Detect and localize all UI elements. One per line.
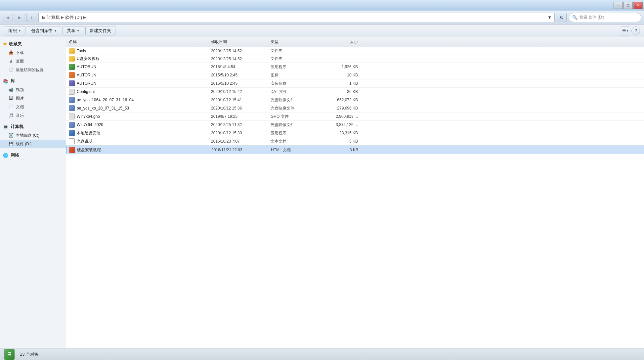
- address-bar: ◀ ▶ ↑ 🖥 计算机 ▶ 软件 (D:) ▶ ▼ ↻ 🔍 搜索 软件 (D:): [0, 11, 644, 24]
- file-size: 36 KB: [314, 89, 361, 94]
- include-library-button[interactable]: 包含到库中 ▼: [27, 26, 61, 35]
- table-row[interactable]: Win7x64.gho 2019/9/7 19:25 GHO 文件 2,900,…: [66, 112, 644, 121]
- file-type: 图标: [268, 72, 314, 78]
- music-label: 音乐: [16, 113, 24, 118]
- file-date: 2020/10/12 15:36: [208, 106, 268, 111]
- file-name-text: 本地硬盘安装: [77, 130, 101, 136]
- dat-icon: [69, 89, 75, 95]
- file-type: GHO 文件: [268, 114, 314, 119]
- network-icon: 🌐: [3, 152, 9, 158]
- sidebar-item-recent[interactable]: 🕐 最近访问的位置: [0, 66, 66, 74]
- desktop-icon: 🖥: [8, 58, 14, 64]
- computer-section: 💻 计算机 💽 本地磁盘 (C:) 💾 软件 (D:): [0, 122, 66, 148]
- file-size: 5 KB: [314, 139, 361, 144]
- new-folder-button[interactable]: 新建文件夹: [85, 26, 115, 35]
- file-date: 2016/1/8 4:54: [208, 65, 268, 69]
- file-name: Win7x64_2020: [66, 122, 208, 128]
- path-arrow-1: ▶: [61, 15, 64, 20]
- file-type: 安装信息: [268, 81, 314, 86]
- app-icon: [69, 64, 75, 70]
- table-row[interactable]: U盘安装教程 2020/12/25 14:52 文件夹: [66, 55, 644, 63]
- organize-dropdown-arrow: ▼: [18, 29, 21, 32]
- view-dropdown-arrow: ▼: [626, 29, 629, 32]
- table-row[interactable]: Win7x64_2020 2020/12/25 11:32 光盘映像文件 3,8…: [66, 121, 644, 129]
- local-c-label: 本地磁盘 (C:): [16, 133, 39, 138]
- file-size: 1,926 KB: [314, 65, 361, 69]
- library-header[interactable]: 📚 库: [0, 77, 66, 85]
- sidebar-item-docs[interactable]: 📄 文档: [0, 103, 66, 111]
- col-name-header[interactable]: 名称: [66, 39, 208, 45]
- file-type: DAT 文件: [268, 89, 314, 95]
- table-row[interactable]: AUTORUN 2015/5/10 2:45 图标 10 KB: [66, 71, 644, 79]
- sidebar-item-videos[interactable]: 📹 视频: [0, 85, 66, 94]
- favorites-label: 收藏夹: [9, 41, 22, 47]
- sidebar-item-music[interactable]: 🎵 音乐: [0, 111, 66, 120]
- file-type: 文件夹: [268, 56, 314, 62]
- close-button[interactable]: ✕: [633, 2, 643, 9]
- file-size: 28,315 KB: [314, 131, 361, 135]
- share-button[interactable]: 共享 ▼: [63, 26, 84, 35]
- file-name: U盘安装教程: [66, 56, 208, 62]
- maximize-button[interactable]: □: [623, 2, 633, 9]
- table-row[interactable]: 硬盘安装教程 2016/11/21 22:03 HTML 文档 3 KB: [66, 146, 644, 154]
- drive-label: 软件 (D:): [65, 15, 82, 21]
- view-button[interactable]: ☰ ▼: [621, 26, 630, 35]
- computer-icon: 💻: [3, 124, 9, 130]
- up-button[interactable]: ↑: [26, 13, 36, 22]
- table-row[interactable]: 本地硬盘安装 2020/10/12 15:30 应用程序 28,315 KB: [66, 129, 644, 137]
- computer-header[interactable]: 💻 计算机: [0, 122, 66, 131]
- downloads-label: 下载: [16, 50, 24, 56]
- main-area: ★ 收藏夹 📥 下载 🖥 桌面 🕐 最近访问的位置 📚 库: [0, 37, 644, 348]
- music-icon: 🎵: [8, 112, 14, 118]
- file-date: 2020/10/12 15:41: [208, 98, 268, 102]
- table-row[interactable]: 光盘说明 2016/10/23 7:07 文本文档 5 KB: [66, 137, 644, 146]
- table-row[interactable]: AUTORUN 2016/1/8 4:54 应用程序 1,926 KB: [66, 63, 644, 71]
- table-row[interactable]: Tools 2020/12/25 14:52 文件夹: [66, 47, 644, 55]
- sidebar-item-desktop[interactable]: 🖥 桌面: [0, 57, 66, 66]
- share-dropdown-arrow: ▼: [77, 29, 80, 32]
- table-row[interactable]: pe_yqs_1064_20_07_31_16_04 2020/10/12 15…: [66, 96, 644, 104]
- gho-icon: [69, 113, 75, 119]
- minimize-button[interactable]: —: [614, 2, 623, 9]
- file-size: 2,900,813 ...: [314, 114, 361, 119]
- file-date: 2020/10/12 15:30: [208, 131, 268, 135]
- library-section: 📚 库 📹 视频 🖼 图片 📄 文档 🎵 音乐: [0, 77, 66, 120]
- forward-button[interactable]: ▶: [15, 13, 24, 22]
- col-date-header[interactable]: 修改日期: [208, 39, 268, 45]
- file-name: AUTORUN: [66, 72, 208, 78]
- sidebar-item-downloads[interactable]: 📥 下载: [0, 48, 66, 57]
- organize-label: 组织: [8, 28, 17, 34]
- file-name-text: AUTORUN: [77, 81, 96, 86]
- file-header: 名称 修改日期 类型 大小: [66, 37, 644, 47]
- sidebar-item-local-c[interactable]: 💽 本地磁盘 (C:): [0, 131, 66, 140]
- file-name-text: 硬盘安装教程: [77, 147, 101, 153]
- organize-button[interactable]: 组织 ▼: [4, 26, 25, 35]
- file-name: Tools: [66, 48, 208, 54]
- search-box[interactable]: 🔍 搜索 软件 (D:): [569, 13, 641, 22]
- col-size-header[interactable]: 大小: [314, 39, 361, 45]
- col-type-header[interactable]: 类型: [268, 39, 314, 45]
- table-row[interactable]: AUTORUN 2015/5/10 2:45 安装信息 1 KB: [66, 79, 644, 88]
- back-button[interactable]: ◀: [3, 13, 13, 22]
- file-date: 2015/5/10 2:45: [208, 81, 268, 86]
- table-row[interactable]: pe_yqs_xp_20_07_31_15_53 2020/10/12 15:3…: [66, 104, 644, 112]
- favorites-section: ★ 收藏夹 📥 下载 🖥 桌面 🕐 最近访问的位置: [0, 40, 66, 74]
- dropdown-arrow-addr: ▼: [547, 15, 552, 20]
- refresh-button[interactable]: ↻: [557, 13, 567, 22]
- iso-icon: [69, 97, 75, 103]
- file-date: 2020/12/25 11:32: [208, 122, 268, 127]
- star-icon: ★: [3, 41, 7, 47]
- address-path[interactable]: 🖥 计算机 ▶ 软件 (D:) ▶ ▼: [38, 13, 555, 22]
- library-label: 库: [11, 78, 15, 84]
- favorites-header[interactable]: ★ 收藏夹: [0, 40, 66, 48]
- status-logo-icon: 🖥: [7, 351, 12, 357]
- help-icon: ?: [634, 28, 637, 33]
- file-date: 2016/10/23 7:07: [208, 139, 268, 144]
- help-button[interactable]: ?: [631, 26, 640, 35]
- file-name-text: AUTORUN: [77, 65, 96, 69]
- sidebar-item-drive-d[interactable]: 💾 软件 (D:): [0, 140, 66, 148]
- network-header[interactable]: 🌐 网络: [0, 151, 66, 159]
- info-icon: [69, 80, 75, 86]
- sidebar-item-pictures[interactable]: 🖼 图片: [0, 94, 66, 103]
- table-row[interactable]: Config.dat 2020/10/12 15:42 DAT 文件 36 KB: [66, 88, 644, 96]
